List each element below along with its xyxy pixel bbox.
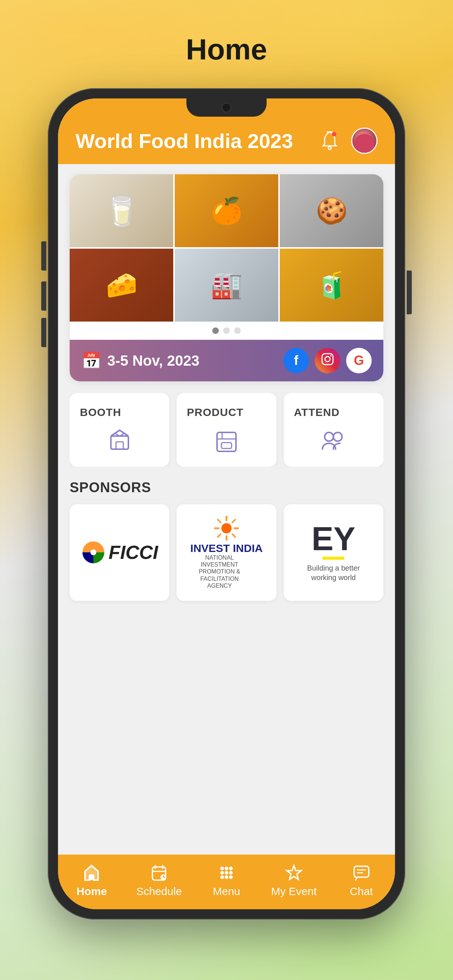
svg-rect-9 bbox=[222, 442, 231, 449]
nav-menu[interactable]: Menu bbox=[193, 863, 260, 897]
svg-line-22 bbox=[218, 534, 221, 537]
event-banner: 📅 3-5 Nov, 2023 f bbox=[70, 174, 383, 381]
sponsor-ficci[interactable]: FICCI bbox=[70, 504, 169, 601]
svg-point-33 bbox=[229, 867, 233, 870]
attend-label: ATTEND bbox=[294, 406, 373, 418]
app-title: World Food India 2023 bbox=[75, 129, 293, 153]
category-attendees[interactable]: ATTEND bbox=[284, 393, 383, 467]
avatar-inner bbox=[353, 129, 376, 153]
home-icon bbox=[82, 863, 101, 882]
booth-label: BOOTH bbox=[80, 406, 159, 418]
invest-india-logo: INVEST INDIA NATIONAL INVESTMENT PROMOTI… bbox=[190, 516, 263, 589]
svg-point-11 bbox=[333, 433, 342, 441]
banner-image-5 bbox=[175, 249, 278, 321]
ficci-logo: FICCI bbox=[81, 540, 158, 565]
svg-point-32 bbox=[225, 867, 228, 870]
dot-indicators bbox=[70, 321, 383, 340]
svg-point-39 bbox=[229, 875, 233, 879]
instagram-icon bbox=[321, 353, 334, 369]
product-icon-wrap bbox=[187, 427, 266, 453]
phone-screen: World Food India 2023 bbox=[58, 99, 395, 909]
nav-home[interactable]: Home bbox=[58, 863, 126, 897]
svg-point-14 bbox=[222, 523, 231, 533]
banner-image-6 bbox=[280, 249, 383, 321]
sponsors-section: SPONSORS bbox=[70, 480, 383, 601]
svg-point-5 bbox=[330, 355, 332, 356]
invest-india-sub: NATIONAL INVESTMENT PROMOTION & FACILITA… bbox=[190, 554, 249, 589]
phone-frame: World Food India 2023 bbox=[48, 88, 405, 920]
dot-1 bbox=[223, 328, 230, 334]
banner-image-3 bbox=[280, 174, 383, 247]
booth-icon bbox=[107, 427, 133, 453]
chat-label: Chat bbox=[350, 885, 373, 897]
invest-india-sun bbox=[214, 516, 239, 541]
home-label: Home bbox=[77, 885, 107, 897]
google-icon: G bbox=[354, 353, 364, 368]
schedule-label: Schedule bbox=[136, 885, 182, 897]
category-product[interactable]: PRODUCT bbox=[177, 393, 276, 467]
dot-active bbox=[212, 328, 219, 334]
nav-my-event[interactable]: My Event bbox=[260, 863, 327, 897]
svg-point-35 bbox=[225, 871, 228, 875]
svg-point-10 bbox=[325, 433, 333, 441]
ey-monogram: EY bbox=[311, 522, 355, 555]
banner-image-4 bbox=[70, 249, 173, 321]
banner-images bbox=[70, 174, 383, 321]
bottom-nav: Home Schedule bbox=[58, 854, 395, 909]
svg-rect-6 bbox=[111, 436, 128, 449]
dot-2 bbox=[234, 328, 241, 334]
header-icons bbox=[317, 127, 378, 154]
content-area: 📅 3-5 Nov, 2023 f bbox=[58, 164, 395, 854]
product-label: PRODUCT bbox=[187, 406, 266, 418]
svg-point-13 bbox=[91, 549, 96, 555]
ficci-emblem bbox=[81, 540, 106, 565]
attend-icon bbox=[320, 427, 346, 453]
product-icon bbox=[214, 427, 239, 453]
ey-tagline: Building a betterworking world bbox=[307, 563, 360, 582]
category-booth[interactable]: BOOTH bbox=[70, 393, 169, 467]
schedule-icon bbox=[150, 863, 169, 882]
svg-rect-7 bbox=[116, 442, 123, 449]
sponsors-title: SPONSORS bbox=[70, 480, 383, 495]
ficci-text: FICCI bbox=[109, 541, 158, 563]
ey-logo: EY Building a betterworking world bbox=[307, 522, 360, 582]
svg-point-34 bbox=[220, 871, 224, 875]
svg-rect-40 bbox=[354, 866, 369, 877]
svg-point-4 bbox=[325, 356, 330, 362]
svg-point-38 bbox=[225, 875, 228, 879]
svg-point-31 bbox=[220, 867, 224, 870]
svg-line-20 bbox=[232, 534, 235, 537]
event-date: 3-5 Nov, 2023 bbox=[107, 353, 199, 369]
categories-row: BOOTH PRODUCT bbox=[70, 393, 383, 467]
google-button[interactable]: G bbox=[346, 348, 372, 373]
sponsor-ey[interactable]: EY Building a betterworking world bbox=[284, 504, 383, 601]
star-icon bbox=[284, 863, 303, 882]
notch bbox=[187, 99, 266, 117]
svg-point-0 bbox=[328, 146, 331, 150]
sponsors-row: FICCI bbox=[70, 504, 383, 601]
page-title: Home bbox=[186, 33, 267, 66]
sponsor-invest-india[interactable]: INVEST INDIA NATIONAL INVESTMENT PROMOTI… bbox=[177, 504, 276, 601]
chat-icon bbox=[352, 863, 371, 882]
facebook-button[interactable]: f bbox=[283, 348, 309, 373]
camera bbox=[222, 102, 231, 113]
social-icons: f bbox=[283, 348, 372, 373]
nav-chat[interactable]: Chat bbox=[327, 863, 395, 897]
svg-line-21 bbox=[232, 520, 235, 522]
nav-schedule[interactable]: Schedule bbox=[126, 863, 193, 897]
facebook-icon: f bbox=[294, 353, 298, 368]
banner-image-1 bbox=[70, 174, 173, 247]
instagram-button[interactable] bbox=[315, 348, 340, 373]
menu-label: Menu bbox=[213, 885, 240, 897]
ey-bar bbox=[322, 557, 344, 560]
banner-image-2 bbox=[175, 174, 278, 247]
booth-icon-wrap bbox=[80, 427, 159, 453]
menu-icon bbox=[217, 863, 236, 882]
bell-icon[interactable] bbox=[317, 128, 343, 153]
svg-line-19 bbox=[218, 520, 221, 522]
calendar-icon: 📅 bbox=[81, 351, 101, 370]
attend-icon-wrap bbox=[294, 427, 373, 453]
banner-footer: 📅 3-5 Nov, 2023 f bbox=[70, 340, 383, 381]
avatar[interactable] bbox=[351, 127, 378, 154]
svg-rect-23 bbox=[89, 874, 94, 880]
